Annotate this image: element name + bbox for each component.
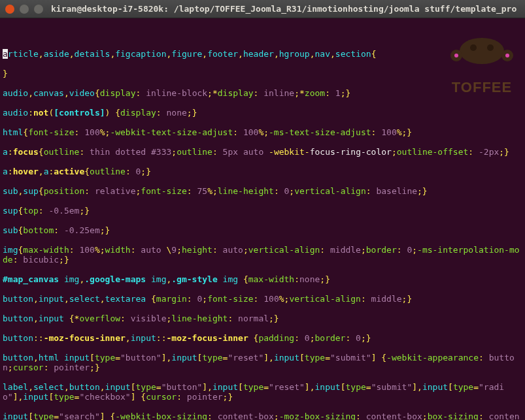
code-line: #map_canvas img,.google-maps img,.gm-sty…: [3, 274, 522, 284]
code-line: button::-moz-focus-inner,input::-moz-foc…: [3, 333, 522, 343]
code-line: a:hover,a:active{outline: 0;}: [3, 167, 522, 176]
code-line: }: [3, 69, 522, 78]
code-line: article,aside,details,figcaption,figure,…: [3, 49, 522, 59]
code-line: sup{top: -0.5em;}: [3, 206, 522, 216]
toffee-logo: TOFFEE: [443, 18, 521, 112]
code-line: input[type="search"] {-webkit-box-sizing…: [3, 412, 522, 420]
terminal-viewport[interactable]: TOFFEE article,aside,details,figcaption,…: [0, 18, 525, 420]
code-line: audio:not([controls]) {display: none;}: [3, 108, 522, 118]
window-controls: [5, 5, 43, 14]
code-line: sub{bottom: -0.25em;}: [3, 225, 522, 235]
minimize-icon[interactable]: [20, 5, 29, 14]
code-line: a:focus{outline: thin dotted #333;outlin…: [3, 147, 522, 157]
titlebar: kiran@desktop-i7-5820k: /laptop/TOFFEE_J…: [0, 0, 525, 18]
code-line: button,html input[type="button"],input[t…: [3, 353, 522, 372]
code-line: button,input {*overflow: visible;line-he…: [3, 314, 522, 323]
cursor: a: [3, 49, 8, 59]
window-title: kiran@desktop-i7-5820k: /laptop/TOFFEE_J…: [51, 4, 517, 14]
code-line: button,input,select,textarea {margin: 0;…: [3, 294, 522, 304]
code-line: audio,canvas,video{display: inline-block…: [3, 88, 522, 98]
code-line: sub,sup{position: relative;font-size: 75…: [3, 186, 522, 196]
close-icon[interactable]: [5, 5, 14, 14]
code-line: html{font-size: 100%;-webkit-text-size-a…: [3, 127, 522, 137]
code-line: img{max-width: 100%;width: auto \9;heigh…: [3, 245, 522, 265]
maximize-icon[interactable]: [34, 5, 43, 14]
code-line: label,select,button,input[type="button"]…: [3, 382, 522, 402]
